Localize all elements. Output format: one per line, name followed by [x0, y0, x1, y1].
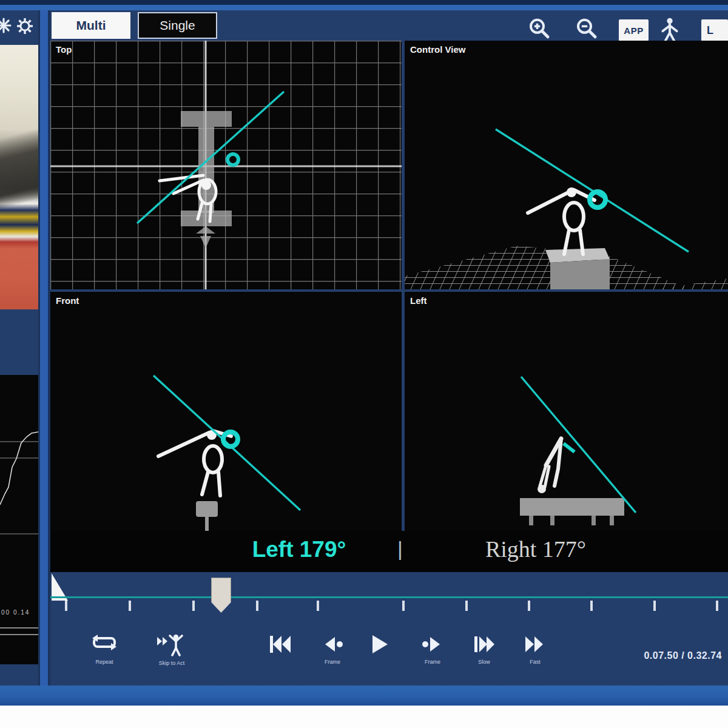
angle-separator: | [397, 537, 403, 561]
app-window: 00 0.14 Multi Single [0, 0, 728, 728]
viewport-top[interactable]: Top [50, 41, 402, 289]
timeline-tick [65, 601, 67, 611]
viewport-top-label: Top [56, 44, 72, 55]
slow-label: Slow [465, 659, 504, 665]
page-background [0, 706, 728, 728]
viewport-control-label: Control View [410, 44, 465, 55]
bottom-taskbar-band [0, 686, 728, 706]
timeline-tick [129, 601, 131, 611]
timeline-tick [528, 601, 530, 611]
timeline-tick [402, 601, 405, 611]
timeline-tick [590, 601, 593, 611]
skip-to-act-label: Skip to Act [152, 660, 191, 666]
viewport-front[interactable]: Front [50, 292, 402, 531]
frame-back-label: Frame [313, 659, 352, 665]
time-display: 0.07.50 / 0.32.74 [644, 650, 722, 661]
transport-bar: Repeat Skip to Act [50, 625, 728, 678]
viewport-left-label: Left [410, 295, 427, 306]
viewport-left[interactable]: Left [405, 292, 728, 531]
repeat-button[interactable]: Repeat [85, 633, 124, 665]
gear-icon[interactable] [16, 18, 33, 37]
left-sidebar: 00 0.14 [0, 10, 38, 686]
tab-single[interactable]: Single [138, 12, 217, 39]
timeline-tick [653, 601, 656, 611]
timeline-progress-line [50, 596, 728, 598]
fast-button[interactable]: Fast [516, 633, 554, 665]
slow-button[interactable]: Slow [465, 633, 504, 665]
view-tabbar: Multi Single [50, 10, 728, 41]
fast-label: Fast [516, 659, 554, 665]
view-toolbar: APP L [527, 10, 728, 41]
left-angle-value: Left 179° [202, 537, 396, 562]
rewind-start-button[interactable] [261, 633, 300, 659]
viewport-front-label: Front [56, 295, 79, 306]
skip-to-act-button[interactable]: Skip to Act [152, 633, 191, 666]
right-angle-value: Right 177° [439, 536, 633, 562]
repeat-label: Repeat [85, 659, 124, 665]
timeline-track[interactable] [50, 572, 728, 625]
panel-divider[interactable] [38, 10, 50, 686]
zoom-out-icon[interactable] [574, 16, 599, 44]
top-accent-strip [0, 5, 728, 10]
frame-forward-button[interactable]: Frame [413, 633, 452, 665]
timeline-tick [716, 601, 718, 611]
top-strip [0, 0, 728, 5]
main-panel: Multi Single [50, 10, 728, 686]
angle-readout-bar: Left 179° | Right 177° [50, 531, 728, 572]
frame-forward-label: Frame [413, 659, 452, 665]
graph-axis-label: 00 0.14 [1, 609, 38, 616]
tab-multi[interactable]: Multi [52, 12, 130, 39]
sparkle-icon[interactable] [0, 18, 12, 36]
timeline-scrubber[interactable] [211, 578, 231, 613]
viewport-control-view[interactable]: Control View [405, 41, 728, 289]
timeline-tick [465, 601, 468, 611]
frame-back-button[interactable]: Frame [313, 633, 352, 665]
app-button[interactable]: APP [619, 19, 649, 41]
trajectory-graph[interactable]: 00 0.14 [0, 375, 38, 664]
zoom-in-icon[interactable] [527, 16, 552, 44]
timeline-tick [192, 601, 195, 611]
l-button[interactable]: L [701, 19, 728, 41]
play-button[interactable] [360, 633, 399, 659]
video-thumbnail[interactable] [0, 45, 38, 309]
timeline-tick [317, 601, 319, 611]
timeline-tick [256, 601, 258, 611]
